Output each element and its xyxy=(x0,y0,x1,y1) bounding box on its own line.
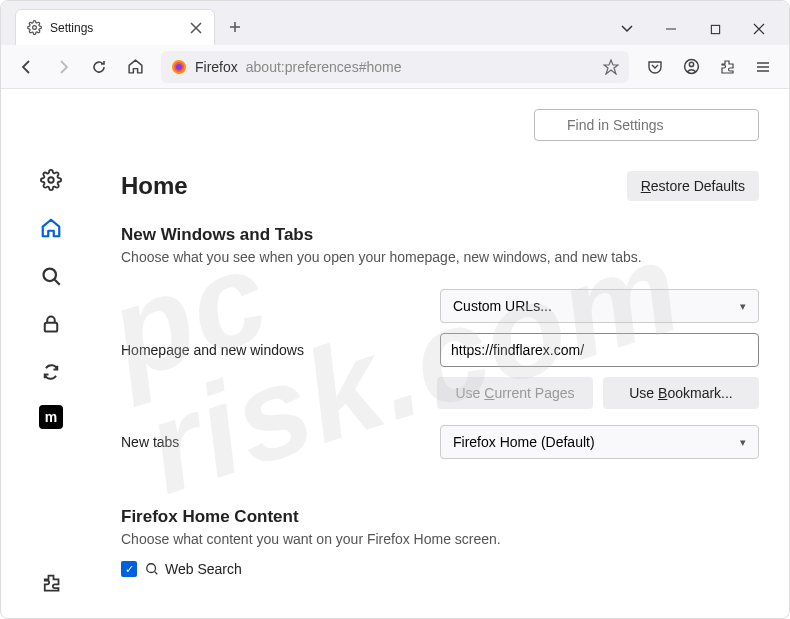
back-button[interactable] xyxy=(11,51,43,83)
gear-icon xyxy=(26,20,42,36)
websearch-checkbox[interactable]: ✓ xyxy=(121,561,137,577)
restore-defaults-button[interactable]: Restore Defaults xyxy=(627,171,759,201)
tabs-dropdown-button[interactable] xyxy=(605,13,649,45)
section-description: Choose what you see when you open your h… xyxy=(121,249,759,265)
homepage-label: Homepage and new windows xyxy=(121,342,426,358)
minimize-button[interactable] xyxy=(649,13,693,45)
sidebar-general[interactable] xyxy=(36,165,66,195)
firefox-icon xyxy=(171,59,187,75)
close-window-button[interactable] xyxy=(737,13,781,45)
svg-point-7 xyxy=(48,177,54,183)
sidebar-sync[interactable] xyxy=(36,357,66,387)
sidebar-home[interactable] xyxy=(36,213,66,243)
section-heading: New Windows and Tabs xyxy=(121,225,759,245)
websearch-label: Web Search xyxy=(145,561,242,577)
use-bookmark-button[interactable]: Use Bookmark... xyxy=(603,377,759,409)
sidebar-search[interactable] xyxy=(36,261,66,291)
svg-point-11 xyxy=(147,564,156,573)
chevron-down-icon: ▾ xyxy=(740,300,746,313)
account-button[interactable] xyxy=(675,51,707,83)
select-value: Firefox Home (Default) xyxy=(453,434,595,450)
extensions-button[interactable] xyxy=(711,51,743,83)
section-description: Choose what content you want on your Fir… xyxy=(121,531,759,547)
svg-rect-9 xyxy=(45,323,58,332)
svg-rect-1 xyxy=(711,25,719,33)
urlbar-url: about:preferences#home xyxy=(246,59,402,75)
sidebar-extension[interactable]: m xyxy=(39,405,63,429)
chevron-down-icon: ▾ xyxy=(740,436,746,449)
new-tab-button[interactable] xyxy=(221,13,249,41)
menu-button[interactable] xyxy=(747,51,779,83)
pocket-button[interactable] xyxy=(639,51,671,83)
toolbar: Firefox about:preferences#home xyxy=(1,45,789,89)
sidebar: m xyxy=(1,89,101,618)
svg-point-8 xyxy=(44,269,57,282)
tab-title: Settings xyxy=(50,21,180,35)
page-title: Home xyxy=(121,172,188,200)
browser-tab[interactable]: Settings xyxy=(15,9,215,45)
bookmark-star-icon[interactable] xyxy=(603,59,619,75)
search-icon xyxy=(145,562,159,576)
content-area: m Home Restore Defaults New Windows and … xyxy=(1,89,789,618)
home-button[interactable] xyxy=(119,51,151,83)
sidebar-addons[interactable] xyxy=(36,568,66,598)
find-settings-input[interactable] xyxy=(534,109,759,141)
svg-point-4 xyxy=(176,64,182,70)
forward-button[interactable] xyxy=(47,51,79,83)
homepage-url-input[interactable] xyxy=(440,333,759,367)
newtabs-select[interactable]: Firefox Home (Default) ▾ xyxy=(440,425,759,459)
select-value: Custom URLs... xyxy=(453,298,552,314)
maximize-button[interactable] xyxy=(693,13,737,45)
newtabs-label: New tabs xyxy=(121,434,426,450)
main-content: Home Restore Defaults New Windows and Ta… xyxy=(101,89,789,618)
sidebar-privacy[interactable] xyxy=(36,309,66,339)
urlbar-label: Firefox xyxy=(195,59,238,75)
close-icon[interactable] xyxy=(188,20,204,36)
homepage-mode-select[interactable]: Custom URLs... ▾ xyxy=(440,289,759,323)
reload-button[interactable] xyxy=(83,51,115,83)
svg-point-0 xyxy=(32,26,36,30)
section-heading: Firefox Home Content xyxy=(121,507,759,527)
use-current-pages-button[interactable]: Use Current Pages xyxy=(437,377,593,409)
url-bar[interactable]: Firefox about:preferences#home xyxy=(161,51,629,83)
svg-point-6 xyxy=(689,62,693,66)
titlebar: Settings xyxy=(1,1,789,45)
